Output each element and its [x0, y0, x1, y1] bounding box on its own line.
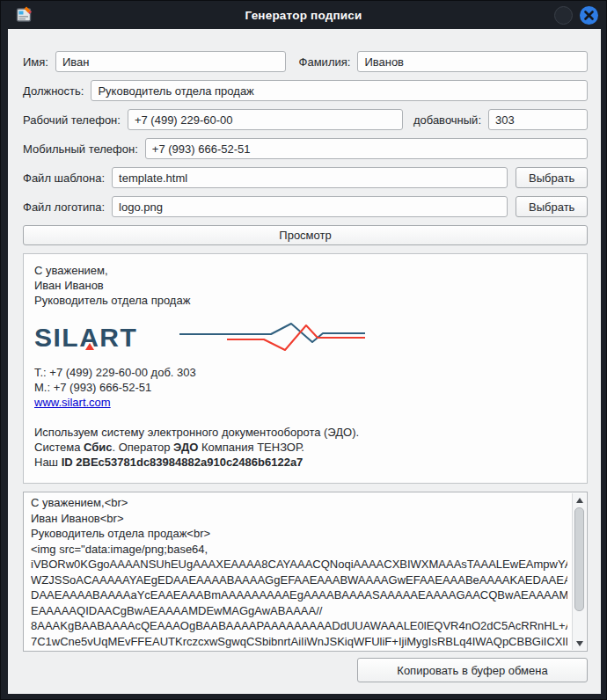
position-input[interactable]	[91, 80, 588, 101]
row-logo-file: Файл логотипа: Выбрать	[23, 196, 588, 217]
app-window: Генератор подписи Имя: Фамилия: Должност…	[0, 0, 607, 700]
pulse-line-blue	[179, 324, 365, 342]
copy-to-clipboard-button[interactable]: Копировать в буфер обмена	[357, 658, 588, 682]
row-name: Имя: Фамилия:	[23, 51, 588, 72]
choose-template-button[interactable]: Выбрать	[516, 167, 588, 188]
titlebar[interactable]: Генератор подписи	[1, 1, 606, 29]
website-link[interactable]: www.silart.com	[34, 396, 111, 409]
row-work-phone: Рабочий телефон: добавочный:	[23, 109, 588, 130]
logo-pulse-graphic	[179, 322, 366, 354]
preview-button[interactable]: Просмотр	[23, 225, 588, 245]
source-line: Руководитель отдела продаж<br>	[31, 526, 567, 542]
scroll-up-icon	[576, 498, 583, 503]
preview-position: Руководитель отдела продаж	[34, 293, 576, 308]
source-line: С уважением,<br>	[31, 495, 567, 511]
minimize-button[interactable]	[554, 6, 573, 25]
scrollbar-thumb[interactable]	[574, 507, 584, 611]
logo-red-triangle-icon	[85, 343, 94, 350]
pulse-line-red	[227, 325, 365, 350]
preview-greeting: С уважением,	[34, 263, 576, 278]
logo-text-post: RT	[99, 323, 137, 352]
close-icon	[584, 11, 594, 20]
scroll-up-button[interactable]	[573, 493, 586, 507]
signature-preview: С уважением, Иван Иванов Руководитель от…	[23, 253, 588, 484]
row-template-file: Файл шаблона: Выбрать	[23, 167, 588, 188]
first-name-input[interactable]	[55, 51, 286, 72]
logo-letter-a: A	[79, 323, 99, 353]
logo-wordmark: SILART	[34, 323, 137, 353]
extension-input[interactable]	[488, 109, 588, 130]
company-logo: SILART	[34, 321, 576, 354]
logo-file-label: Файл логотипа:	[23, 201, 105, 214]
preview-full-name: Иван Иванов	[34, 278, 576, 293]
template-file-input[interactable]	[112, 167, 508, 188]
window-controls	[554, 6, 598, 25]
work-phone-label: Рабочий телефон:	[23, 113, 121, 127]
source-line: EAAAAAQIDAACgBwAEAAAAMDEwMAGgAwABAAAA//	[31, 603, 567, 619]
last-name-input[interactable]	[357, 51, 588, 72]
extension-label: добавочный:	[413, 113, 481, 127]
mobile-phone-label: Мобильный телефон:	[23, 142, 138, 156]
html-source-textarea[interactable]: С уважением,<br> Иван Иванов<br> Руковод…	[23, 492, 588, 652]
last-name-label: Фамилия:	[299, 55, 351, 69]
preview-work-phone: Т.: +7 (499) 229-60-00 доб. 303	[34, 365, 576, 380]
vertical-scrollbar[interactable]	[572, 493, 586, 650]
source-line: WZJSSoACAAAAAYAEgEDAAEAAAABAAAAGgEFAAEAA…	[31, 572, 567, 588]
preview-mobile-phone: М.: +7 (993) 666-52-51	[34, 380, 576, 395]
source-line: DAAEAAAABAAAAaYcEAAEAAABmAAAAAAAAAEgAAAA…	[31, 587, 567, 603]
source-line: iVBORw0KGgoAAAANSUhEUgAAAXEAAAA8CAYAAACQ…	[31, 557, 567, 572]
edo-line-2: Система Сбис. Оператор ЭДО Компания ТЕНЗ…	[34, 440, 576, 455]
template-file-label: Файл шаблона:	[23, 171, 105, 185]
mobile-phone-input[interactable]	[145, 138, 588, 159]
edo-line-1: Используем систему электронного документ…	[34, 425, 576, 440]
first-name-label: Имя:	[23, 55, 48, 69]
close-button[interactable]	[580, 6, 598, 25]
work-phone-input[interactable]	[128, 109, 403, 130]
choose-logo-button[interactable]: Выбрать	[516, 196, 588, 217]
source-line: 8AAAKgBAABAAAAcQEAAAOgBAABAAAAPAAAAAAAAA…	[31, 618, 567, 634]
logo-file-input[interactable]	[112, 196, 508, 217]
window-title: Генератор подписи	[1, 9, 606, 22]
source-line: Иван Иванов<br>	[31, 511, 567, 527]
row-position: Должность:	[23, 80, 588, 101]
source-line: 7C1wCne5vUqMEvFFEAUTKrczcxwSgwqCSbibnrtA…	[31, 634, 567, 650]
logo-text-pre: SIL	[34, 323, 79, 352]
scroll-down-icon	[576, 641, 583, 646]
scroll-down-button[interactable]	[573, 637, 586, 650]
main-content: Имя: Фамилия: Должность: Рабочий телефон…	[8, 29, 601, 694]
footer: Копировать в буфер обмена	[23, 658, 588, 682]
edo-line-3: Наш ID 2BEc53781dc83984882a910c2486b6122…	[34, 455, 576, 470]
preview-website-line: www.silart.com	[34, 395, 576, 410]
source-line: <img src="data:image/png;base64,	[31, 542, 567, 558]
preview-spacer	[34, 410, 576, 425]
position-label: Должность:	[23, 84, 84, 98]
row-mobile-phone: Мобильный телефон:	[23, 138, 588, 159]
